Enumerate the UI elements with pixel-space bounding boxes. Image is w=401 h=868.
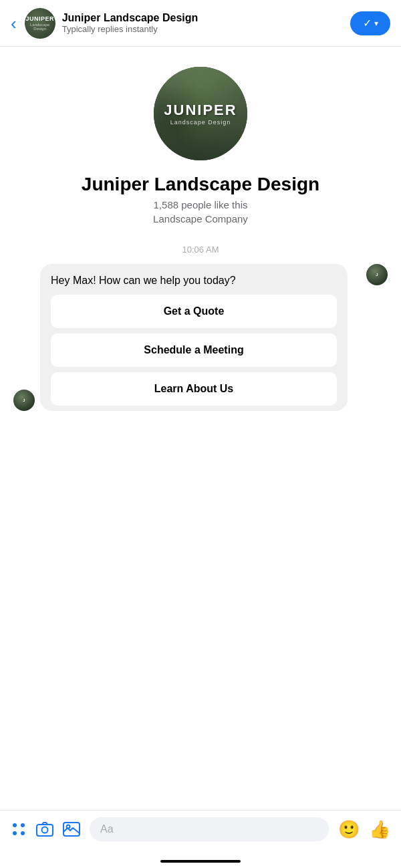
profile-avatar-label: JUNIPER Landscape Design	[164, 102, 237, 126]
right-side-avatar: J	[366, 264, 388, 285]
thumbs-up-icon[interactable]: 👍	[369, 819, 390, 840]
header-status: Typically replies instantly	[62, 24, 350, 34]
profile-avatar: JUNIPER Landscape Design	[154, 67, 247, 160]
quick-reply-learn-about-us[interactable]: Learn About Us	[51, 372, 337, 406]
checkmark-icon: ✓	[363, 17, 372, 29]
svg-point-0	[13, 823, 17, 827]
header: ‹ JUNIPER Landscape Design Juniper Lands…	[0, 0, 401, 47]
svg-point-2	[13, 831, 17, 835]
profile-name: Juniper Landscape Design	[82, 174, 319, 195]
message-row: J Hey Max! How can we help you today? Ge…	[13, 264, 388, 411]
message-input[interactable]: Aa	[90, 817, 329, 841]
quick-reply-get-a-quote[interactable]: Get a Quote	[51, 295, 337, 328]
right-avatar-label: J	[376, 273, 378, 277]
home-indicator	[160, 860, 241, 863]
quick-reply-schedule-a-meeting[interactable]: Schedule a Meeting	[51, 333, 337, 367]
back-button[interactable]: ‹	[11, 15, 17, 32]
chat-area: J Hey Max! How can we help you today? Ge…	[0, 264, 401, 411]
message-timestamp: 10:06 AM	[0, 245, 401, 255]
profile-section: JUNIPER Landscape Design Juniper Landsca…	[0, 47, 401, 238]
header-avatar-tagline: Landscape Design	[25, 23, 55, 31]
svg-point-1	[21, 823, 25, 827]
header-avatar-bg: JUNIPER Landscape Design	[25, 8, 55, 39]
svg-point-3	[21, 831, 25, 835]
header-avatar-brand: JUNIPER	[25, 15, 54, 23]
profile-category: Landscape Company	[153, 213, 248, 225]
chevron-down-icon: ▾	[374, 19, 378, 28]
message-bubble: Hey Max! How can we help you today? Get …	[40, 264, 348, 411]
emoji-icon[interactable]: 🙂	[338, 819, 360, 840]
header-action-button[interactable]: ✓ ▾	[350, 11, 390, 35]
sender-avatar: J	[13, 390, 35, 411]
profile-avatar-brand: JUNIPER	[164, 102, 237, 119]
profile-likes: 1,588 people like this	[154, 199, 248, 210]
grid-icon[interactable]	[11, 821, 27, 837]
camera-icon[interactable]	[36, 822, 53, 837]
bottom-toolbar: Aa 🙂 👍	[0, 810, 401, 848]
header-info: Juniper Landscape Design Typically repli…	[62, 12, 350, 34]
svg-point-5	[42, 827, 48, 833]
bubble-text: Hey Max! How can we help you today?	[51, 273, 337, 288]
sender-avatar-label: J	[23, 398, 25, 402]
profile-avatar-tagline: Landscape Design	[164, 119, 237, 126]
header-business-name: Juniper Landscape Design	[62, 12, 350, 24]
header-avatar: JUNIPER Landscape Design	[25, 8, 55, 39]
image-icon[interactable]	[63, 822, 80, 837]
